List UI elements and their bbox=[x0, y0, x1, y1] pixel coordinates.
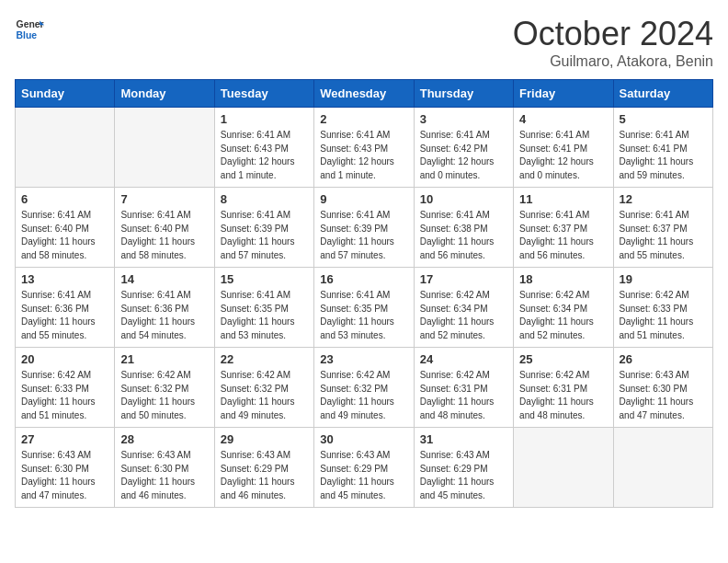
day-info: Sunrise: 6:42 AM Sunset: 6:32 PM Dayligh… bbox=[320, 369, 407, 422]
calendar-cell: 14Sunrise: 6:41 AM Sunset: 6:36 PM Dayli… bbox=[115, 268, 214, 348]
calendar-cell: 25Sunrise: 6:42 AM Sunset: 6:31 PM Dayli… bbox=[514, 348, 613, 428]
day-info: Sunrise: 6:41 AM Sunset: 6:38 PM Dayligh… bbox=[420, 209, 507, 262]
day-number: 2 bbox=[320, 112, 407, 126]
calendar-cell bbox=[613, 428, 712, 508]
day-info: Sunrise: 6:41 AM Sunset: 6:40 PM Dayligh… bbox=[120, 209, 208, 262]
day-number: 6 bbox=[21, 192, 108, 206]
page-header: General Blue October 2024 Guilmaro, Atak… bbox=[15, 15, 713, 70]
day-of-week-header: Wednesday bbox=[314, 80, 414, 108]
calendar-cell: 3Sunrise: 6:41 AM Sunset: 6:42 PM Daylig… bbox=[414, 108, 513, 188]
day-info: Sunrise: 6:42 AM Sunset: 6:32 PM Dayligh… bbox=[120, 369, 208, 422]
day-info: Sunrise: 6:42 AM Sunset: 6:31 PM Dayligh… bbox=[519, 369, 607, 422]
day-number: 31 bbox=[420, 432, 507, 446]
day-info: Sunrise: 6:41 AM Sunset: 6:40 PM Dayligh… bbox=[21, 209, 108, 262]
calendar-cell: 24Sunrise: 6:42 AM Sunset: 6:31 PM Dayli… bbox=[414, 348, 513, 428]
calendar-cell: 11Sunrise: 6:41 AM Sunset: 6:37 PM Dayli… bbox=[514, 188, 613, 268]
calendar-cell: 29Sunrise: 6:43 AM Sunset: 6:29 PM Dayli… bbox=[214, 428, 313, 508]
day-number: 16 bbox=[320, 272, 407, 286]
day-info: Sunrise: 6:42 AM Sunset: 6:31 PM Dayligh… bbox=[420, 369, 507, 422]
day-info: Sunrise: 6:42 AM Sunset: 6:34 PM Dayligh… bbox=[420, 289, 507, 342]
day-number: 8 bbox=[221, 192, 308, 206]
day-info: Sunrise: 6:41 AM Sunset: 6:39 PM Dayligh… bbox=[320, 209, 407, 262]
calendar-cell: 13Sunrise: 6:41 AM Sunset: 6:36 PM Dayli… bbox=[16, 268, 115, 348]
calendar-cell: 1Sunrise: 6:41 AM Sunset: 6:43 PM Daylig… bbox=[214, 108, 313, 188]
day-info: Sunrise: 6:42 AM Sunset: 6:33 PM Dayligh… bbox=[21, 369, 108, 422]
day-info: Sunrise: 6:41 AM Sunset: 6:36 PM Dayligh… bbox=[21, 289, 108, 342]
day-number: 7 bbox=[120, 192, 208, 206]
day-number: 1 bbox=[221, 112, 308, 126]
day-number: 19 bbox=[620, 272, 707, 286]
calendar-cell: 4Sunrise: 6:41 AM Sunset: 6:41 PM Daylig… bbox=[514, 108, 613, 188]
calendar-cell: 10Sunrise: 6:41 AM Sunset: 6:38 PM Dayli… bbox=[414, 188, 513, 268]
location: Guilmaro, Atakora, Benin bbox=[513, 53, 713, 70]
calendar-cell: 23Sunrise: 6:42 AM Sunset: 6:32 PM Dayli… bbox=[314, 348, 414, 428]
calendar-cell: 22Sunrise: 6:42 AM Sunset: 6:32 PM Dayli… bbox=[214, 348, 313, 428]
calendar-cell: 2Sunrise: 6:41 AM Sunset: 6:43 PM Daylig… bbox=[314, 108, 414, 188]
day-info: Sunrise: 6:41 AM Sunset: 6:35 PM Dayligh… bbox=[221, 289, 308, 342]
day-number: 18 bbox=[519, 272, 607, 286]
day-number: 3 bbox=[420, 112, 507, 126]
calendar-cell: 8Sunrise: 6:41 AM Sunset: 6:39 PM Daylig… bbox=[214, 188, 313, 268]
calendar-cell: 18Sunrise: 6:42 AM Sunset: 6:34 PM Dayli… bbox=[514, 268, 613, 348]
calendar-cell: 15Sunrise: 6:41 AM Sunset: 6:35 PM Dayli… bbox=[214, 268, 313, 348]
calendar-cell: 19Sunrise: 6:42 AM Sunset: 6:33 PM Dayli… bbox=[613, 268, 712, 348]
calendar-cell: 7Sunrise: 6:41 AM Sunset: 6:40 PM Daylig… bbox=[115, 188, 214, 268]
calendar-cell: 30Sunrise: 6:43 AM Sunset: 6:29 PM Dayli… bbox=[314, 428, 414, 508]
day-of-week-header: Tuesday bbox=[214, 80, 313, 108]
day-info: Sunrise: 6:42 AM Sunset: 6:32 PM Dayligh… bbox=[221, 369, 308, 422]
day-of-week-header: Monday bbox=[115, 80, 214, 108]
logo: General Blue bbox=[15, 15, 44, 44]
day-info: Sunrise: 6:42 AM Sunset: 6:34 PM Dayligh… bbox=[519, 289, 607, 342]
calendar-table: SundayMondayTuesdayWednesdayThursdayFrid… bbox=[15, 79, 713, 508]
title-block: October 2024 Guilmaro, Atakora, Benin bbox=[513, 15, 713, 70]
day-info: Sunrise: 6:41 AM Sunset: 6:43 PM Dayligh… bbox=[221, 129, 308, 182]
calendar-cell: 27Sunrise: 6:43 AM Sunset: 6:30 PM Dayli… bbox=[16, 428, 115, 508]
day-number: 25 bbox=[519, 352, 607, 366]
calendar-cell: 28Sunrise: 6:43 AM Sunset: 6:30 PM Dayli… bbox=[115, 428, 214, 508]
day-info: Sunrise: 6:43 AM Sunset: 6:30 PM Dayligh… bbox=[620, 369, 707, 422]
day-number: 29 bbox=[221, 432, 308, 446]
day-number: 5 bbox=[620, 112, 707, 126]
day-number: 21 bbox=[120, 352, 208, 366]
day-number: 14 bbox=[120, 272, 208, 286]
day-of-week-header: Friday bbox=[514, 80, 613, 108]
day-of-week-header: Saturday bbox=[613, 80, 712, 108]
day-info: Sunrise: 6:43 AM Sunset: 6:29 PM Dayligh… bbox=[420, 449, 507, 502]
day-number: 30 bbox=[320, 432, 407, 446]
day-info: Sunrise: 6:43 AM Sunset: 6:29 PM Dayligh… bbox=[221, 449, 308, 502]
day-info: Sunrise: 6:41 AM Sunset: 6:43 PM Dayligh… bbox=[320, 129, 407, 182]
day-number: 15 bbox=[221, 272, 308, 286]
day-of-week-header: Sunday bbox=[16, 80, 115, 108]
day-number: 12 bbox=[620, 192, 707, 206]
day-number: 28 bbox=[120, 432, 208, 446]
calendar-cell: 31Sunrise: 6:43 AM Sunset: 6:29 PM Dayli… bbox=[414, 428, 513, 508]
calendar-week-row: 6Sunrise: 6:41 AM Sunset: 6:40 PM Daylig… bbox=[16, 188, 713, 268]
day-info: Sunrise: 6:43 AM Sunset: 6:29 PM Dayligh… bbox=[320, 449, 407, 502]
day-number: 17 bbox=[420, 272, 507, 286]
calendar-cell: 6Sunrise: 6:41 AM Sunset: 6:40 PM Daylig… bbox=[16, 188, 115, 268]
calendar-cell: 9Sunrise: 6:41 AM Sunset: 6:39 PM Daylig… bbox=[314, 188, 414, 268]
calendar-cell: 20Sunrise: 6:42 AM Sunset: 6:33 PM Dayli… bbox=[16, 348, 115, 428]
calendar-body: 1Sunrise: 6:41 AM Sunset: 6:43 PM Daylig… bbox=[16, 108, 713, 508]
calendar-cell: 5Sunrise: 6:41 AM Sunset: 6:41 PM Daylig… bbox=[613, 108, 712, 188]
day-info: Sunrise: 6:41 AM Sunset: 6:41 PM Dayligh… bbox=[620, 129, 707, 182]
day-number: 26 bbox=[620, 352, 707, 366]
month-title: October 2024 bbox=[513, 15, 713, 53]
day-info: Sunrise: 6:41 AM Sunset: 6:36 PM Dayligh… bbox=[120, 289, 208, 342]
day-number: 11 bbox=[519, 192, 607, 206]
calendar-header-row: SundayMondayTuesdayWednesdayThursdayFrid… bbox=[16, 80, 713, 108]
svg-text:Blue: Blue bbox=[17, 30, 38, 40]
day-number: 20 bbox=[21, 352, 108, 366]
calendar-week-row: 13Sunrise: 6:41 AM Sunset: 6:36 PM Dayli… bbox=[16, 268, 713, 348]
day-info: Sunrise: 6:41 AM Sunset: 6:42 PM Dayligh… bbox=[420, 129, 507, 182]
day-info: Sunrise: 6:43 AM Sunset: 6:30 PM Dayligh… bbox=[120, 449, 208, 502]
day-info: Sunrise: 6:42 AM Sunset: 6:33 PM Dayligh… bbox=[620, 289, 707, 342]
day-info: Sunrise: 6:43 AM Sunset: 6:30 PM Dayligh… bbox=[21, 449, 108, 502]
day-number: 4 bbox=[519, 112, 607, 126]
calendar-cell: 17Sunrise: 6:42 AM Sunset: 6:34 PM Dayli… bbox=[414, 268, 513, 348]
day-of-week-header: Thursday bbox=[414, 80, 513, 108]
calendar-cell: 21Sunrise: 6:42 AM Sunset: 6:32 PM Dayli… bbox=[115, 348, 214, 428]
day-info: Sunrise: 6:41 AM Sunset: 6:37 PM Dayligh… bbox=[620, 209, 707, 262]
day-number: 13 bbox=[21, 272, 108, 286]
day-info: Sunrise: 6:41 AM Sunset: 6:37 PM Dayligh… bbox=[519, 209, 607, 262]
